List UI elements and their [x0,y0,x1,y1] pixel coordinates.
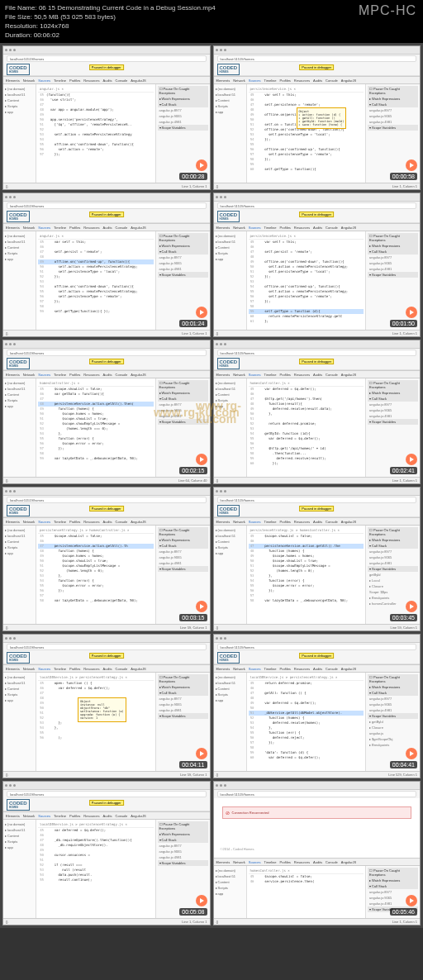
code-editor[interactable]: angular.js × 45(function(){46 'use stric… [36,84,155,183]
console-toggle-icon[interactable]: {} [6,331,8,336]
sidebar-item[interactable]: ▸ Content [5,833,34,839]
sidebar-item[interactable]: ▸ app [5,550,34,556]
callstack-section[interactable]: ▾ Call Stack [368,249,418,255]
callstack-item[interactable]: angular.js:4981 [368,560,418,566]
tab-profiles[interactable]: Profiles [280,226,291,230]
tab-audits[interactable]: Audits [102,78,112,83]
sidebar-item[interactable]: ▸ app [5,697,34,703]
callstack-item[interactable]: angular.js:9065 [158,260,208,266]
console-toggle-icon[interactable]: {} [6,625,8,630]
sidebar-item[interactable]: ▸ Scripts [5,103,34,109]
callstack-item[interactable]: angular.js:8977 [368,402,418,407]
sidebar-item[interactable]: ▸ (no domain) [5,233,34,239]
tab-profiles[interactable]: Profiles [69,78,80,83]
callstack-section[interactable]: ▾ Call Stack [368,883,418,889]
watch-section[interactable]: ▸ Watch Expressions [368,537,418,543]
tab-sources[interactable]: Sources [38,667,50,671]
sidebar-item[interactable]: ▸ Content [216,98,245,103]
sidebar-item[interactable]: ▸ localhost:51 [216,873,245,879]
window-control-icon[interactable] [216,637,218,640]
tab-resources[interactable]: Resources [83,520,99,524]
console-toggle-icon[interactable]: {} [6,183,8,189]
tab-console[interactable]: Console [326,860,338,864]
callstack-item[interactable]: angular.js:9065 [368,407,418,413]
sidebar-item[interactable]: ▸ app [216,403,245,409]
tab-profiles[interactable]: Profiles [280,78,291,83]
window-control-icon[interactable] [216,784,218,787]
window-control-icon[interactable] [13,490,16,492]
sidebar-item[interactable]: ▸ app [5,109,34,115]
tab-network[interactable]: Network [233,667,245,671]
sidebar-item[interactable]: ▸ Content [5,98,34,103]
window-control-icon[interactable] [220,343,222,345]
window-control-icon[interactable] [9,490,12,492]
tab-console[interactable]: Console [326,373,338,377]
code-editor[interactable]: homesController.js × 45 var deferred = $… [247,378,366,477]
scope-section[interactable]: ▾ Scope Variables [158,566,208,572]
callstack-item[interactable]: angular.js:8977 [158,549,208,554]
tab-resources[interactable]: Resources [294,373,310,377]
tab-sources[interactable]: Sources [249,78,261,83]
sidebar-item[interactable]: ▸ Scripts [5,545,34,550]
tab-sources[interactable]: Sources [38,78,50,83]
pause-checkbox[interactable]: ☐ Pause On Caught Exceptions [158,527,208,537]
watch-section[interactable]: ▸ Watch Expressions [368,878,418,883]
callstack-item[interactable]: angular.js:9065 [368,554,418,560]
play-button[interactable] [406,307,417,318]
sidebar-item[interactable]: ▸ (no domain) [5,380,34,386]
tab-console[interactable]: Console [116,78,128,83]
tab-network[interactable]: Network [23,814,36,818]
tab-console[interactable]: Console [116,814,128,818]
pause-checkbox[interactable]: ☐ Pause On Caught Exceptions [368,527,418,537]
scope-section[interactable]: ▾ Scope Variables [368,566,418,572]
pause-checkbox[interactable]: ☐ Pause On Caught Exceptions [158,380,208,390]
window-control-icon[interactable] [224,637,226,640]
window-control-icon[interactable] [13,784,16,787]
console-toggle-icon[interactable]: {} [216,478,219,483]
window-control-icon[interactable] [224,343,226,345]
sidebar-item[interactable]: ▸ app [216,697,245,703]
window-control-icon[interactable] [220,196,222,198]
tab-audits[interactable]: Audits [313,520,322,524]
sidebar-item[interactable]: ▸ localhost:51 [5,533,34,539]
tab-timeline[interactable]: Timeline [54,814,66,818]
tab-timeline[interactable]: Timeline [54,78,66,83]
console-toggle-icon[interactable]: {} [6,772,8,778]
tab-profiles[interactable]: Profiles [69,226,80,230]
callstack-section[interactable]: ▾ Call Stack [368,396,418,402]
sidebar-item[interactable]: ▸ Content [216,245,245,250]
callstack-item[interactable]: angular.js:8977 [158,402,208,407]
tab-elements[interactable]: Elements [216,78,231,83]
sidebar-item[interactable]: ▸ (no domain) [5,821,34,827]
sidebar-item[interactable]: ▸ Content [216,392,245,397]
scope-item[interactable]: angular.js [368,730,418,736]
scope-section[interactable]: ▾ Scope Variables [368,125,418,131]
callstack-item[interactable]: angular.js:8977 [368,549,418,554]
watch-section[interactable]: ▸ Watch Expressions [368,390,418,396]
tab-resources[interactable]: Resources [83,226,99,230]
sidebar-item[interactable]: ▸ localhost:51 [5,827,34,833]
sidebar-item[interactable]: ▸ Content [5,392,34,397]
scope-section[interactable]: ▾ Scope Variables [368,713,418,719]
url-bar[interactable]: localhost:51519/homes [217,55,417,62]
tab-timeline[interactable]: Timeline [54,520,66,524]
callstack-item[interactable]: angular.js:9065 [368,702,418,707]
tab-timeline[interactable]: Timeline [54,226,66,230]
console-toggle-icon[interactable]: {} [6,919,8,925]
tab-console[interactable]: Console [326,78,338,83]
watch-section[interactable]: ▸ Watch Expressions [368,684,418,690]
tab-sources[interactable]: Sources [249,860,261,864]
pause-checkbox[interactable]: ☐ Pause On Caught Exceptions [368,674,418,684]
tab-angularjs[interactable]: AngularJS [131,78,145,83]
tab-sources[interactable]: Sources [38,226,50,230]
watch-section[interactable]: ▸ Watch Expressions [158,684,208,690]
callstack-section[interactable]: ▾ Call Stack [158,396,208,402]
console-toggle-icon[interactable]: {} [216,625,219,630]
url-bar[interactable]: localhost:51519/homes [7,350,207,356]
window-control-icon[interactable] [9,637,12,640]
tab-elements[interactable]: Elements [216,520,231,524]
url-bar[interactable]: localhost:51519/homes [217,497,417,503]
play-button[interactable] [196,601,207,612]
url-bar[interactable]: localhost:51519/homes [217,202,417,209]
sidebar-item[interactable]: ▸ (no domain) [216,86,245,92]
